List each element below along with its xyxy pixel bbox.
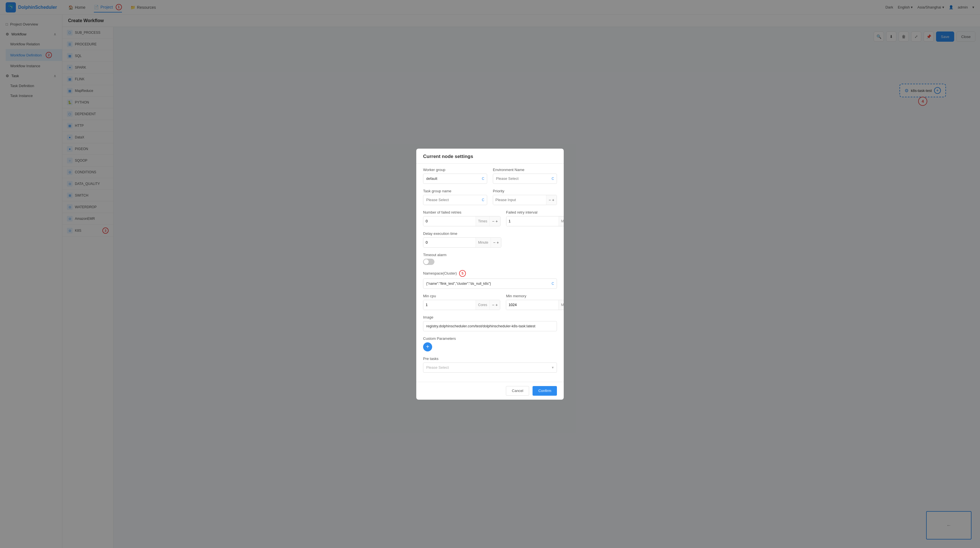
min-cpu-controls: Cores − + <box>423 300 500 310</box>
worker-group-input[interactable] <box>423 174 487 184</box>
delay-execution-unit: Minute <box>476 238 490 247</box>
failed-retries-input[interactable] <box>423 217 476 226</box>
pre-tasks-select[interactable]: Please Select ▾ <box>423 363 557 373</box>
timeout-alarm-toggle[interactable] <box>423 259 434 265</box>
priority-ctrl-btns: − + <box>546 195 557 205</box>
priority-input-controls: − + <box>493 195 557 205</box>
environment-name-input[interactable] <box>493 174 557 184</box>
min-cpu-input[interactable] <box>423 300 476 310</box>
delay-execution-input[interactable] <box>423 238 476 247</box>
namespace-input[interactable] <box>423 279 557 289</box>
task-group-name-input-container: C <box>423 195 487 205</box>
min-memory-unit: MB <box>558 300 564 310</box>
namespace-clear-icon[interactable]: C <box>552 282 554 286</box>
priority-label: Priority <box>493 189 557 193</box>
retry-interval-input[interactable] <box>506 217 558 226</box>
timeout-alarm-label: Timeout alarm <box>423 253 557 257</box>
task-group-name-clear-icon[interactable]: C <box>482 198 484 202</box>
form-row-pre-tasks: Pre tasks Please Select ▾ <box>423 357 557 373</box>
pre-tasks-label: Pre tasks <box>423 357 557 361</box>
environment-name-input-container: C <box>493 174 557 184</box>
timeout-alarm-toggle-thumb <box>424 259 429 264</box>
priority-decrement[interactable]: − <box>549 198 551 202</box>
namespace-input-container: C <box>423 279 557 289</box>
worker-group-field: Worker group C <box>423 167 487 184</box>
environment-name-field: Environment Name C <box>493 167 557 184</box>
cancel-button[interactable]: Cancel <box>506 386 529 396</box>
retry-interval-controls: Minute − + <box>506 216 564 226</box>
confirm-button[interactable]: Confirm <box>533 386 557 396</box>
min-cpu-field: Min cpu Cores − + <box>423 294 500 310</box>
worker-group-clear-icon[interactable]: C <box>482 177 484 181</box>
delay-execution-label: Delay execution time <box>423 231 501 236</box>
min-memory-field: Min memory MB − + <box>506 294 564 310</box>
form-row-cpu-memory: Min cpu Cores − + Min memory MB <box>423 294 557 310</box>
failed-retries-unit: Times <box>476 217 490 226</box>
priority-input[interactable] <box>493 195 546 205</box>
image-field: Image <box>423 315 557 331</box>
modal-body: Worker group C Environment Name C <box>416 164 564 382</box>
min-memory-controls: MB − + <box>506 300 564 310</box>
namespace-field: Namespace(Cluster) 5 C <box>423 270 557 289</box>
failed-retries-controls: Times − + <box>423 216 501 226</box>
namespace-badge: 5 <box>459 270 466 277</box>
failed-retries-label: Number of failed retries <box>423 210 501 214</box>
min-cpu-label: Min cpu <box>423 294 500 298</box>
task-group-name-input[interactable] <box>423 195 487 205</box>
min-cpu-increment[interactable]: + <box>495 303 498 307</box>
min-cpu-unit: Cores <box>476 300 490 310</box>
priority-increment[interactable]: + <box>552 198 554 202</box>
failed-retries-increment[interactable]: + <box>495 219 498 223</box>
form-row-timeout-alarm: Timeout alarm <box>423 253 557 265</box>
namespace-label: Namespace(Cluster) 5 <box>423 270 557 277</box>
delay-increment[interactable]: + <box>496 241 499 244</box>
delay-execution-field: Delay execution time Minute − + <box>423 231 501 248</box>
min-memory-input[interactable] <box>506 300 558 310</box>
form-row-worker-env: Worker group C Environment Name C <box>423 167 557 184</box>
custom-parameters-add-button[interactable]: + <box>423 342 432 351</box>
delay-decrement[interactable]: − <box>493 241 495 244</box>
form-row-delay: Delay execution time Minute − + <box>423 231 557 248</box>
priority-field: Priority − + <box>493 189 557 205</box>
modal-overlay: Current node settings Worker group C Env… <box>0 0 980 548</box>
delay-execution-controls: Minute − + <box>423 237 501 248</box>
modal-title: Current node settings <box>423 154 473 159</box>
image-label: Image <box>423 315 557 319</box>
environment-name-clear-icon[interactable]: C <box>552 177 554 181</box>
form-row-custom-params: Custom Parameters + <box>423 336 557 351</box>
retry-interval-unit: Minute <box>558 217 564 226</box>
pre-tasks-chevron-icon: ▾ <box>552 365 554 370</box>
delay-placeholder-field <box>507 231 557 248</box>
modal-header: Current node settings <box>416 149 564 164</box>
min-cpu-decrement[interactable]: − <box>492 303 494 307</box>
task-group-name-field: Task group name C <box>423 189 487 205</box>
form-row-image: Image <box>423 315 557 331</box>
task-group-name-label: Task group name <box>423 189 487 193</box>
form-row-taskgroup-priority: Task group name C Priority − + <box>423 189 557 205</box>
modal: Current node settings Worker group C Env… <box>416 149 564 400</box>
pre-tasks-field: Pre tasks Please Select ▾ <box>423 357 557 373</box>
delay-execution-ctrl-btns: − + <box>490 238 501 247</box>
modal-footer: Cancel Confirm <box>416 382 564 400</box>
custom-parameters-label: Custom Parameters <box>423 336 557 341</box>
environment-name-label: Environment Name <box>493 167 557 172</box>
worker-group-input-container: C <box>423 174 487 184</box>
failed-retries-decrement[interactable]: − <box>492 219 494 223</box>
image-input[interactable] <box>423 321 557 331</box>
worker-group-label: Worker group <box>423 167 487 172</box>
custom-parameters-field: Custom Parameters + <box>423 336 557 351</box>
form-row-retries: Number of failed retries Times − + Faile… <box>423 210 557 226</box>
timeout-alarm-toggle-wrap <box>423 259 557 265</box>
timeout-alarm-field: Timeout alarm <box>423 253 557 265</box>
min-memory-label: Min memory <box>506 294 564 298</box>
form-row-namespace: Namespace(Cluster) 5 C <box>423 270 557 289</box>
failed-retries-field: Number of failed retries Times − + <box>423 210 501 226</box>
min-cpu-ctrl-btns: − + <box>490 300 500 310</box>
retry-interval-label: Failed retry interval <box>506 210 564 214</box>
failed-retries-ctrl-btns: − + <box>490 217 500 226</box>
pre-tasks-placeholder: Please Select <box>426 365 449 370</box>
retry-interval-field: Failed retry interval Minute − + <box>506 210 564 226</box>
